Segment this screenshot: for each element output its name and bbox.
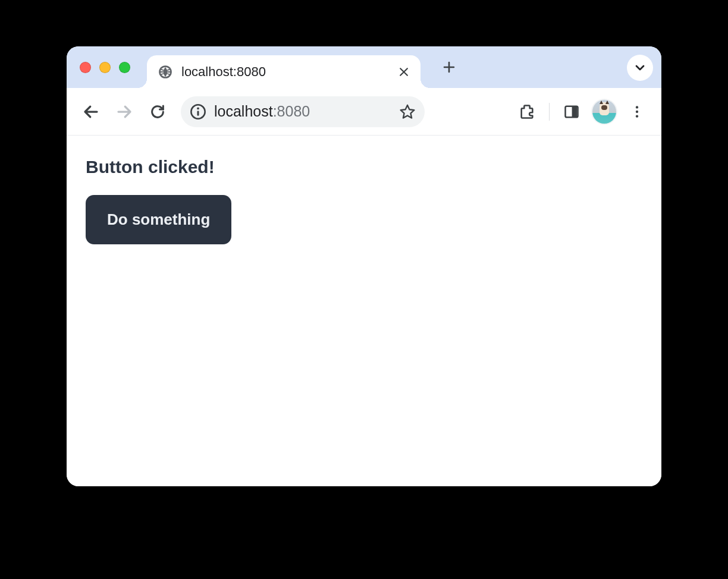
maximize-window-button[interactable] [119, 62, 130, 73]
tab-strip: localhost:8080 [67, 46, 661, 88]
do-something-button[interactable]: Do something [86, 195, 231, 244]
url-host: localhost [214, 103, 273, 120]
tab-search-button[interactable] [627, 55, 653, 81]
kebab-menu-icon [629, 104, 645, 119]
tab-wrap: localhost:8080 [147, 46, 421, 88]
toolbar: localhost:8080 [67, 88, 661, 136]
page-content: Button clicked! Do something [67, 136, 661, 486]
chevron-down-icon [633, 61, 647, 75]
arrow-left-icon [82, 103, 100, 121]
profile-button[interactable] [591, 99, 617, 125]
globe-icon [158, 64, 173, 80]
status-message: Button clicked! [86, 157, 642, 177]
plus-icon [442, 60, 456, 74]
info-icon [190, 103, 206, 120]
minimize-window-button[interactable] [99, 62, 111, 73]
new-tab-button[interactable] [437, 55, 461, 79]
avatar-image [592, 100, 616, 124]
svg-point-7 [636, 106, 638, 108]
forward-button[interactable] [111, 98, 138, 125]
toolbar-separator [549, 103, 550, 121]
url-text: localhost:8080 [214, 103, 391, 120]
svg-rect-4 [197, 111, 199, 116]
address-bar[interactable]: localhost:8080 [181, 96, 425, 127]
chrome-menu-button[interactable] [623, 98, 651, 125]
browser-tab[interactable]: localhost:8080 [147, 55, 421, 88]
site-info-button[interactable] [189, 103, 207, 121]
reload-icon [149, 103, 166, 120]
svg-point-9 [636, 115, 638, 117]
close-window-button[interactable] [80, 62, 91, 73]
back-button[interactable] [77, 98, 105, 125]
panel-icon [563, 103, 580, 120]
window-controls [80, 62, 130, 73]
bookmark-button[interactable] [398, 103, 416, 121]
svg-rect-6 [572, 106, 578, 116]
svg-point-3 [197, 107, 199, 109]
extensions-button[interactable] [513, 98, 541, 125]
side-panel-button[interactable] [558, 98, 585, 125]
reload-button[interactable] [144, 98, 171, 125]
url-port: :8080 [273, 103, 310, 120]
browser-window: localhost:8080 [67, 46, 661, 486]
arrow-right-icon [115, 103, 133, 121]
star-icon [399, 103, 416, 120]
puzzle-icon [519, 103, 535, 120]
tab-title: localhost:8080 [181, 64, 390, 80]
close-icon [398, 66, 410, 78]
svg-point-8 [636, 110, 638, 112]
close-tab-button[interactable] [398, 66, 410, 78]
